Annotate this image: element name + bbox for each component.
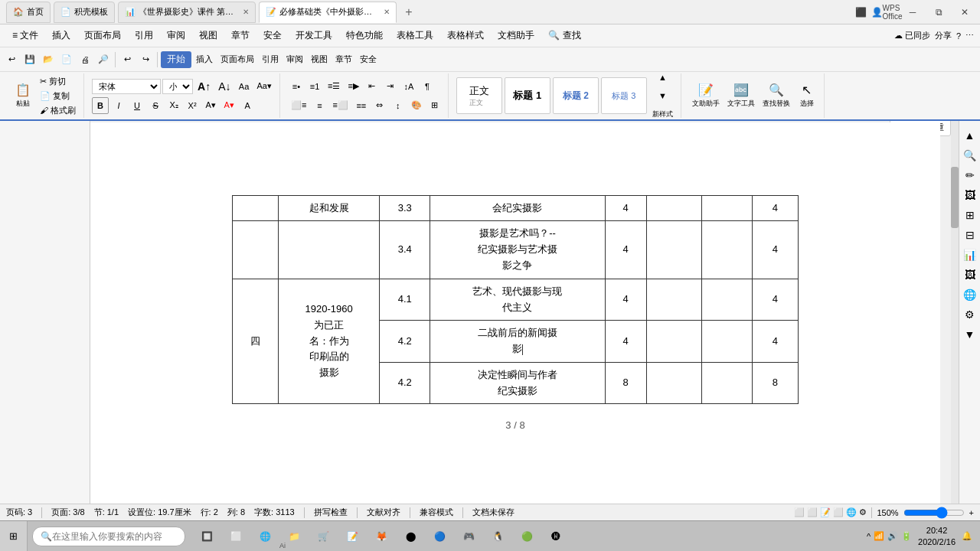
increase-indent[interactable]: ⇥ <box>382 78 399 95</box>
tab-pptx-close[interactable]: ✕ <box>243 8 249 16</box>
taskbar-wps[interactable]: 📝 <box>338 523 366 550</box>
tab-pptx[interactable]: 📊 《世界摄影史》课件 第一章.pptx ✕ <box>118 2 256 23</box>
justify-button[interactable]: ≡≡ <box>353 97 370 114</box>
menu-insert[interactable]: 插入 <box>46 27 77 44</box>
bullets-button[interactable]: ≡• <box>288 78 305 95</box>
status-spellcheck[interactable]: 拼写检查 <box>314 507 348 518</box>
taskbar-search-bar[interactable]: 🔍 <box>32 527 185 546</box>
scroll-thumb[interactable] <box>951 167 959 228</box>
tab-security-tb[interactable]: 安全 <box>357 51 380 68</box>
menu-references[interactable]: 引用 <box>129 27 159 44</box>
copy-button[interactable]: 📄 复制 <box>37 89 79 103</box>
menu-section[interactable]: 章节 <box>225 27 256 44</box>
taskbar-unknown2[interactable]: 🎮 <box>455 523 482 550</box>
font-family-select[interactable]: 宋体 <box>92 79 161 94</box>
menu-security[interactable]: 安全 <box>257 27 288 44</box>
style-heading3[interactable]: 标题 3 <box>601 77 647 114</box>
taskbar-unknown3[interactable]: 🐧 <box>484 523 511 550</box>
rt-page-up[interactable]: ▲ <box>962 127 978 144</box>
new-button[interactable]: 📄 <box>58 51 75 68</box>
print-preview-button[interactable]: 🔎 <box>95 51 112 68</box>
find-replace-button[interactable]: 🔍 查找替换 <box>760 76 793 116</box>
tray-volume[interactable]: 🔊 <box>887 531 898 541</box>
tab-view-tb[interactable]: 视图 <box>308 51 331 68</box>
multilevel-button[interactable]: ≡▶ <box>345 78 361 95</box>
start-button[interactable]: ⊞ <box>0 521 28 551</box>
taskbar-unknown4[interactable]: 🟢 <box>513 523 541 550</box>
tab-references-tb[interactable]: 引用 <box>259 51 282 68</box>
taskbar-taskview[interactable]: ⬜ <box>222 523 250 550</box>
tray-chevron[interactable]: ^ <box>867 532 871 541</box>
menu-table-tools[interactable]: 表格工具 <box>390 27 439 44</box>
select-button[interactable]: ↖ 选择 <box>795 76 819 116</box>
redo-button[interactable]: ↪ <box>137 51 154 68</box>
menu-view[interactable]: 视图 <box>193 27 224 44</box>
doc-assistant-button[interactable]: 📝 文助助手 <box>689 76 723 116</box>
rt-settings[interactable]: ⚙ <box>962 306 978 323</box>
styles-up[interactable]: ▲ <box>649 72 676 86</box>
status-text-align[interactable]: 文献对齐 <box>367 507 400 518</box>
strikethrough-button[interactable]: S <box>147 97 164 114</box>
taskbar-chrome[interactable]: ⬤ <box>397 523 424 550</box>
share-btn[interactable]: 分享 <box>935 30 952 41</box>
user-account-button[interactable]: 👤 WPS Office <box>874 4 899 21</box>
notification-button[interactable]: 🔔 <box>962 531 972 541</box>
window-menu-button[interactable]: ⬛ <box>848 4 873 21</box>
font-color-button[interactable]: A▾ <box>220 97 237 114</box>
bold-button[interactable]: B <box>92 97 109 114</box>
sort-button[interactable]: ↕A <box>400 78 417 95</box>
taskbar-unknown1[interactable]: 🔵 <box>426 523 453 550</box>
tab-template[interactable]: 📄 积壳模板 <box>54 2 115 23</box>
restore-button[interactable]: ⧉ <box>926 4 951 21</box>
rt-grid[interactable]: ⊞ <box>962 207 978 223</box>
decrease-indent[interactable]: ⇤ <box>364 78 381 95</box>
outline-button[interactable]: ≡☰ <box>325 78 343 95</box>
align-left-button[interactable]: ⬜≡ <box>288 97 309 114</box>
font-clear-format[interactable]: Aa <box>236 78 253 95</box>
border-button[interactable]: ⊞ <box>426 97 443 114</box>
tab-review-tb[interactable]: 审阅 <box>283 51 306 68</box>
style-heading1[interactable]: 标题 1 <box>505 77 550 114</box>
italic-button[interactable]: I <box>110 97 127 114</box>
menu-doc-assistant[interactable]: 文档助手 <box>492 27 541 44</box>
highlight-button[interactable]: A▾ <box>202 97 219 114</box>
show-marks-button[interactable]: ¶ <box>419 78 436 95</box>
align-right-button[interactable]: ≡⬜ <box>329 97 351 114</box>
dist-button[interactable]: ⇔ <box>371 97 388 114</box>
print-button[interactable]: 🖨 <box>77 51 93 68</box>
tab-docx-close[interactable]: ✕ <box>384 8 390 16</box>
rt-zoom-in[interactable]: 🔍 <box>962 147 978 164</box>
save-button[interactable]: 💾 <box>21 51 38 68</box>
tab-start[interactable]: 开始 <box>161 51 191 68</box>
new-style-button[interactable]: 新样式 <box>649 106 676 121</box>
styles-down[interactable]: ▼ <box>649 87 676 104</box>
tab-insert[interactable]: 插入 <box>193 51 216 68</box>
line-spacing-button[interactable]: ↕ <box>390 97 407 114</box>
format-brush-button[interactable]: 🖌 格式刷 <box>37 103 79 117</box>
rt-globe[interactable]: 🌐 <box>962 286 978 303</box>
menu-search[interactable]: 🔍 查找 <box>542 27 586 44</box>
undo2-button[interactable]: ↩ <box>119 51 136 68</box>
style-normal[interactable]: 正文 正文 <box>456 77 502 114</box>
undo-button[interactable]: ↩ <box>3 51 20 68</box>
taskbar-unknown5[interactable]: 🅦 <box>542 523 570 550</box>
menu-table-style[interactable]: 表格样式 <box>441 27 490 44</box>
rt-grid2[interactable]: ⊟ <box>962 227 978 243</box>
font-size-select[interactable]: 小四 <box>162 79 193 94</box>
new-tab-button[interactable]: + <box>400 3 418 21</box>
paste-button[interactable]: 📋 粘贴 <box>11 76 35 116</box>
zoom-in-button[interactable]: + <box>969 508 974 517</box>
menu-file[interactable]: ≡ 文件 <box>6 27 44 44</box>
text-tool-button[interactable]: 🔤 文字工具 <box>724 76 758 116</box>
help-icon[interactable]: ? <box>956 31 961 41</box>
menu-page-layout[interactable]: 页面布局 <box>78 27 127 44</box>
taskbar-firefox[interactable]: 🦊 <box>368 523 395 550</box>
rt-edit[interactable]: ✏ <box>962 167 978 184</box>
shading-button[interactable]: 🎨 <box>408 97 425 114</box>
underline-button[interactable]: U <box>129 97 145 114</box>
zoom-slider[interactable] <box>903 508 965 517</box>
taskbar-store[interactable]: 🛒 <box>309 523 337 550</box>
rt-image2[interactable]: 🖼 <box>962 266 978 283</box>
tray-network[interactable]: 📶 <box>874 531 884 541</box>
rt-page-down[interactable]: ▼ <box>962 326 978 343</box>
